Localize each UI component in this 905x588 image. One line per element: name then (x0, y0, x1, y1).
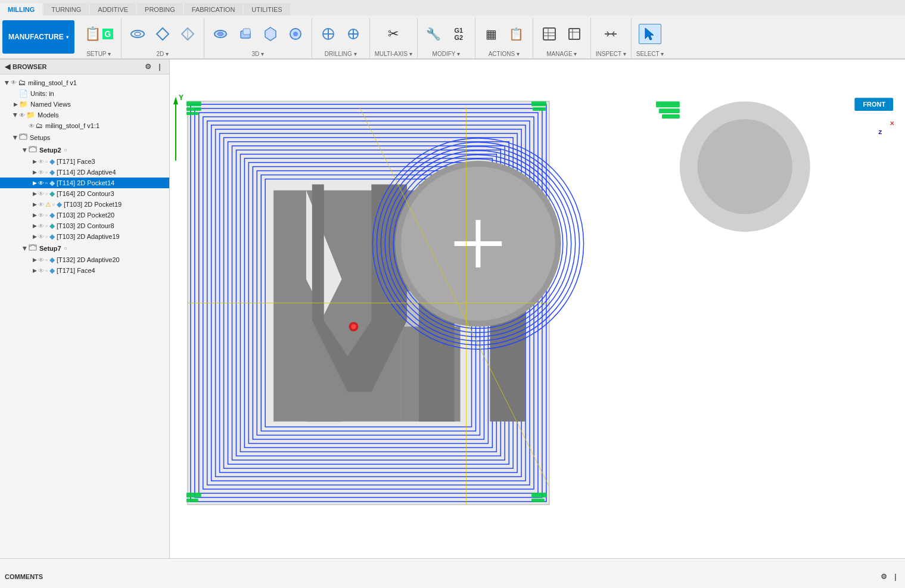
setup-group-label[interactable]: SETUP ▾ (86, 51, 111, 58)
tree-item-setup2[interactable]: ▶ Setup2 ○ (0, 144, 169, 156)
3d-btn-2[interactable] (234, 24, 257, 44)
comments-panel: COMMENTS ⚙ | (0, 558, 905, 588)
tree-item-t171-face3[interactable]: ▶ 👁 ▫ ◆ [T171] Face3 (0, 156, 169, 167)
actions-btn-2[interactable]: 📋 (505, 24, 528, 44)
tree-item-models[interactable]: ▶ 👁 📁 Models (0, 110, 169, 120)
modify-group-label[interactable]: MODIFY ▾ (433, 51, 460, 58)
t114-adaptive4-eye[interactable]: 👁 (38, 169, 44, 176)
svg-rect-80 (662, 114, 680, 119)
setups-arrow[interactable]: ▶ (13, 134, 18, 141)
manufacture-button[interactable]: MANUFACTURE ▾ (2, 20, 74, 54)
tree-item-units[interactable]: 📄 Units: in (0, 88, 169, 99)
3d-btn-4[interactable] (284, 24, 307, 44)
model-file-label: miling_stool_f v1:1 (45, 122, 99, 129)
drilling-btn-2[interactable] (342, 24, 365, 44)
browser-collapse-icon[interactable]: ◀ (5, 63, 10, 71)
t103-pocket19-gem-icon: ◆ (57, 200, 62, 209)
t114-adaptive4-arrow[interactable]: ▶ (31, 169, 38, 175)
model-file-eye[interactable]: 👁 (29, 123, 35, 129)
tab-fabrication[interactable]: FABRICATION (184, 3, 243, 15)
tree-item-t103-pocket19[interactable]: ▶ 👁 ⚠ ▫ ◆ [T103] 2D Pocket19 (0, 199, 169, 210)
2d-group-label[interactable]: 2D ▾ (156, 51, 169, 58)
svg-rect-69 (186, 101, 201, 106)
manage-group-label[interactable]: MANAGE ▾ (546, 51, 577, 58)
tab-additive[interactable]: ADDITIVE (90, 3, 136, 15)
t103-contour8-arrow[interactable]: ▶ (31, 223, 38, 229)
actions-group-label[interactable]: ACTIONS ▾ (489, 51, 520, 58)
setup7-folder-icon (29, 243, 37, 253)
named-views-arrow[interactable]: ▶ (12, 101, 19, 107)
multiaxis-btn-1[interactable]: ✂ (382, 24, 405, 44)
model-file-icon: 🗂 (36, 122, 43, 130)
drilling-group-label[interactable]: DRILLING ▾ (325, 51, 357, 58)
browser-pin-icon[interactable]: | (155, 62, 164, 71)
2d-btn-1[interactable] (126, 24, 149, 44)
models-label: Models (38, 111, 58, 119)
browser-sidebar: ◀ BROWSER ⚙ | ▶ 👁 🗂 miling_stool_f v1 📄 (0, 60, 170, 558)
tab-turning[interactable]: TURNING (43, 3, 89, 15)
select-btn-1[interactable] (639, 24, 661, 44)
svg-point-11 (293, 32, 298, 36)
3d-btn-1[interactable] (209, 24, 232, 44)
setup2-label: Setup2 (39, 147, 61, 154)
root-arrow[interactable]: ▶ (4, 79, 10, 86)
svg-rect-32 (20, 134, 27, 139)
3d-group-label[interactable]: 3D ▾ (251, 51, 264, 58)
tab-milling[interactable]: MILLING (0, 3, 42, 15)
tree-item-t114-pocket14[interactable]: ▶ 👁 ▫ ◆ [T114] 2D Pocket14 (0, 178, 169, 188)
comments-pin-icon[interactable]: | (891, 572, 900, 581)
t171-face3-arrow[interactable]: ▶ (31, 158, 38, 164)
setup7-arrow[interactable]: ▶ (22, 245, 28, 252)
3d-viewport[interactable]: Y FRONT X Z (170, 60, 905, 558)
inspect-group-label[interactable]: INSPECT ▾ (596, 51, 626, 58)
comments-settings-icon[interactable]: ⚙ (879, 572, 888, 581)
root-eye[interactable]: 👁 (11, 79, 17, 86)
browser-settings-icon[interactable]: ⚙ (143, 62, 153, 71)
tree-item-t103-adaptive19[interactable]: ▶ 👁 ▫ ◆ [T103] 2D Adaptive19 (0, 231, 169, 242)
t171-face4-arrow[interactable]: ▶ (31, 267, 38, 273)
tree-item-t103-contour8[interactable]: ▶ 👁 ▫ ◆ [T103] 2D Contour8 (0, 220, 169, 231)
manage-btn-2[interactable] (563, 24, 586, 44)
tab-probing[interactable]: PROBING (137, 3, 183, 15)
modify-btn-g1g2[interactable]: G1G2 (447, 24, 470, 44)
t132-adaptive20-arrow[interactable]: ▶ (31, 257, 38, 263)
models-arrow[interactable]: ▶ (13, 111, 18, 119)
tree-item-t103-pocket20[interactable]: ▶ 👁 ▫ ◆ [T103] 2D Pocket20 (0, 210, 169, 220)
manage-btn-1[interactable] (538, 24, 561, 44)
setup2-arrow[interactable]: ▶ (22, 147, 28, 154)
setups-folder-icon (19, 132, 27, 142)
3d-btn-3[interactable] (259, 24, 282, 44)
tab-utilities[interactable]: UTILITIES (244, 3, 290, 15)
inspect-btn-1[interactable] (599, 24, 622, 44)
t103-adaptive19-arrow[interactable]: ▶ (31, 234, 38, 239)
root-folder-icon: 🗂 (18, 78, 26, 87)
tree-item-named-views[interactable]: ▶ 📁 Named Views (0, 99, 169, 110)
t164-contour3-arrow[interactable]: ▶ (31, 191, 38, 197)
new-setup-button[interactable]: 📋 G (82, 24, 116, 44)
t103-pocket20-arrow[interactable]: ▶ (31, 212, 38, 218)
svg-rect-71 (186, 112, 198, 115)
setup2-folder-icon (29, 145, 37, 155)
multiaxis-group-label[interactable]: MULTI-AXIS ▾ (375, 51, 412, 58)
browser-header: ◀ BROWSER ⚙ | (0, 60, 169, 74)
2d-btn-2[interactable] (151, 24, 174, 44)
actions-btn-1[interactable]: ▦ (480, 24, 503, 44)
modify-btn-wrench[interactable]: 🔧 (422, 24, 445, 44)
drilling-btn-1[interactable] (317, 24, 340, 44)
2d-btn-3[interactable] (176, 24, 199, 44)
t103-pocket19-arrow[interactable]: ▶ (31, 201, 38, 207)
t114-pocket14-arrow[interactable]: ▶ (31, 180, 38, 186)
tree-item-t114-adaptive4[interactable]: ▶ 👁 ▫ ◆ [T114] 2D Adaptive4 (0, 167, 169, 178)
tree-item-root[interactable]: ▶ 👁 🗂 miling_stool_f v1 (0, 77, 169, 88)
tree-item-setup7[interactable]: ▶ Setup7 ○ (0, 242, 169, 254)
models-eye[interactable]: 👁 (19, 112, 25, 119)
tree-item-setups[interactable]: ▶ Setups (0, 131, 169, 144)
select-group-label[interactable]: SELECT ▾ (636, 51, 664, 58)
manufacture-dropdown-arrow: ▾ (66, 35, 69, 40)
ribbon-group-actions: ▦ 📋 ACTIONS ▾ (475, 18, 533, 58)
t171-face3-eye[interactable]: 👁 (38, 158, 44, 165)
tree-item-t164-contour3[interactable]: ▶ 👁 ▫ ◆ [T164] 2D Contour3 (0, 188, 169, 199)
tree-item-model-file[interactable]: 👁 🗂 miling_stool_f v1:1 (0, 120, 169, 131)
tree-item-t132-adaptive20[interactable]: ▶ 👁 ▫ ◆ [T132] 2D Adaptive20 (0, 254, 169, 265)
tree-item-t171-face4[interactable]: ▶ 👁 ▫ ◆ [T171] Face4 (0, 265, 169, 276)
